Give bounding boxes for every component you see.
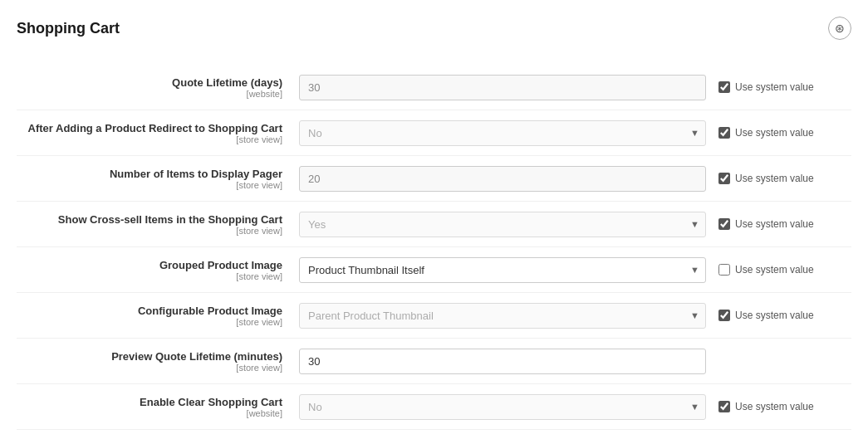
form-row-items-display-pager: Number of Items to Display Pager[store v… — [17, 156, 851, 202]
field-label-configurable-product-image: Configurable Product Image — [17, 305, 282, 317]
control-col-configurable-product-image: Parent Product ThumbnailProduct Thumbnai… — [299, 303, 718, 329]
form-row-quote-lifetime: Quote Lifetime (days)[website]Use system… — [17, 65, 851, 110]
label-col-grouped-product-image: Grouped Product Image[store view] — [17, 259, 299, 281]
form-row-grouped-product-image: Grouped Product Image[store view]Product… — [17, 247, 851, 293]
control-col-items-display-pager — [299, 166, 718, 192]
field-scope-enable-clear-cart: [website] — [17, 408, 282, 418]
control-col-enable-clear-cart: NoYes▼ — [299, 394, 718, 420]
system-col-enable-clear-cart: Use system value — [718, 401, 851, 412]
label-col-configurable-product-image: Configurable Product Image[store view] — [17, 305, 299, 327]
system-value-label-items-display-pager: Use system value — [735, 173, 814, 184]
field-scope-redirect-after-add: [store view] — [17, 134, 282, 144]
system-checkbox-wrapper-cross-sell-items: Use system value — [718, 218, 814, 230]
collapse-button[interactable]: ⊛ — [828, 17, 851, 40]
system-value-checkbox-configurable-product-image[interactable] — [718, 310, 730, 321]
system-value-checkbox-redirect-after-add[interactable] — [718, 127, 730, 139]
label-col-cross-sell-items: Show Cross-sell Items in the Shopping Ca… — [17, 213, 299, 236]
select-configurable-product-image: Parent Product ThumbnailProduct Thumbnai… — [299, 303, 706, 329]
field-scope-items-display-pager: [store view] — [17, 180, 282, 190]
system-value-checkbox-quote-lifetime[interactable] — [718, 81, 730, 93]
form-row-preview-quote-lifetime: Preview Quote Lifetime (minutes)[store v… — [17, 339, 851, 384]
control-col-grouped-product-image: Product Thumbnail ItselfParent Product T… — [299, 257, 718, 283]
control-col-preview-quote-lifetime — [299, 349, 718, 374]
field-scope-cross-sell-items: [store view] — [17, 226, 282, 236]
field-label-items-display-pager: Number of Items to Display Pager — [17, 168, 282, 180]
control-col-cross-sell-items: YesNo▼ — [299, 212, 718, 237]
system-checkbox-wrapper-enable-clear-cart: Use system value — [718, 401, 814, 412]
system-checkbox-wrapper-grouped-product-image: Use system value — [718, 264, 814, 276]
field-label-grouped-product-image: Grouped Product Image — [17, 259, 282, 271]
label-col-redirect-after-add: After Adding a Product Redirect to Shopp… — [17, 122, 299, 144]
system-value-label-quote-lifetime: Use system value — [735, 81, 814, 93]
form-row-configurable-product-image: Configurable Product Image[store view]Pa… — [17, 293, 851, 339]
select-grouped-product-image[interactable]: Product Thumbnail ItselfParent Product T… — [299, 257, 706, 283]
select-redirect-after-add: NoYes — [299, 120, 706, 146]
system-col-quote-lifetime: Use system value — [718, 81, 851, 93]
system-value-checkbox-grouped-product-image[interactable] — [718, 264, 730, 276]
system-value-label-configurable-product-image: Use system value — [735, 310, 814, 321]
label-col-preview-quote-lifetime: Preview Quote Lifetime (minutes)[store v… — [17, 350, 299, 373]
field-label-preview-quote-lifetime: Preview Quote Lifetime (minutes) — [17, 350, 282, 363]
system-value-label-redirect-after-add: Use system value — [735, 127, 814, 139]
label-col-quote-lifetime: Quote Lifetime (days)[website] — [17, 76, 299, 99]
system-checkbox-wrapper-items-display-pager: Use system value — [718, 173, 814, 184]
system-checkbox-wrapper-redirect-after-add: Use system value — [718, 127, 814, 139]
select-wrapper-redirect-after-add: NoYes▼ — [299, 120, 706, 146]
field-scope-configurable-product-image: [store view] — [17, 317, 282, 327]
system-col-cross-sell-items: Use system value — [718, 218, 851, 230]
field-label-cross-sell-items: Show Cross-sell Items in the Shopping Ca… — [17, 213, 282, 226]
select-wrapper-grouped-product-image: Product Thumbnail ItselfParent Product T… — [299, 257, 706, 283]
form-row-redirect-after-add: After Adding a Product Redirect to Shopp… — [17, 110, 851, 156]
system-value-checkbox-cross-sell-items[interactable] — [718, 218, 730, 230]
system-checkbox-wrapper-configurable-product-image: Use system value — [718, 310, 814, 321]
system-value-label-cross-sell-items: Use system value — [735, 218, 814, 230]
label-col-enable-clear-cart: Enable Clear Shopping Cart[website] — [17, 396, 299, 418]
system-col-grouped-product-image: Use system value — [718, 264, 851, 276]
field-scope-grouped-product-image: [store view] — [17, 271, 282, 281]
field-label-quote-lifetime: Quote Lifetime (days) — [17, 76, 282, 89]
select-wrapper-configurable-product-image: Parent Product ThumbnailProduct Thumbnai… — [299, 303, 706, 329]
field-label-redirect-after-add: After Adding a Product Redirect to Shopp… — [17, 122, 282, 134]
select-cross-sell-items: YesNo — [299, 212, 706, 237]
input-quote-lifetime — [299, 75, 706, 100]
label-col-items-display-pager: Number of Items to Display Pager[store v… — [17, 168, 299, 190]
input-preview-quote-lifetime[interactable] — [299, 349, 706, 374]
page-title: Shopping Cart — [17, 20, 120, 37]
page-header: Shopping Cart ⊛ — [17, 17, 851, 48]
system-value-label-enable-clear-cart: Use system value — [735, 401, 814, 412]
select-enable-clear-cart: NoYes — [299, 394, 706, 420]
form-row-enable-clear-cart: Enable Clear Shopping Cart[website]NoYes… — [17, 384, 851, 430]
input-items-display-pager — [299, 166, 706, 192]
system-checkbox-wrapper-quote-lifetime: Use system value — [718, 81, 814, 93]
system-col-items-display-pager: Use system value — [718, 173, 851, 184]
system-value-checkbox-items-display-pager[interactable] — [718, 173, 730, 184]
field-scope-preview-quote-lifetime: [store view] — [17, 363, 282, 373]
system-col-configurable-product-image: Use system value — [718, 310, 851, 321]
system-value-checkbox-enable-clear-cart[interactable] — [718, 401, 730, 412]
field-scope-quote-lifetime: [website] — [17, 89, 282, 99]
select-wrapper-cross-sell-items: YesNo▼ — [299, 212, 706, 237]
settings-form: Quote Lifetime (days)[website]Use system… — [17, 65, 851, 430]
system-col-redirect-after-add: Use system value — [718, 127, 851, 139]
control-col-quote-lifetime — [299, 75, 718, 100]
select-wrapper-enable-clear-cart: NoYes▼ — [299, 394, 706, 420]
field-label-enable-clear-cart: Enable Clear Shopping Cart — [17, 396, 282, 408]
form-row-cross-sell-items: Show Cross-sell Items in the Shopping Ca… — [17, 202, 851, 247]
control-col-redirect-after-add: NoYes▼ — [299, 120, 718, 146]
system-value-label-grouped-product-image: Use system value — [735, 264, 814, 276]
